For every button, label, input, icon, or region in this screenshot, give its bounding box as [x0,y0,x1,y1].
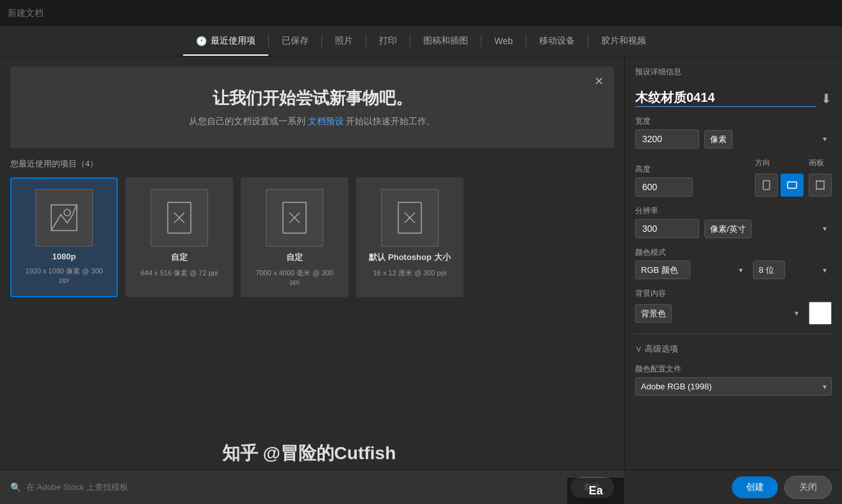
color-mode-row: RGB 颜色 CMYK 颜色 灰度 8 位 16 位 32 位 [635,261,832,279]
tab-photo[interactable]: 照片 [322,26,366,56]
save-preset-icon[interactable]: ⬇ [821,91,832,106]
color-profile-select[interactable]: Adobe RGB (1998) sRGB [635,377,832,396]
resolution-label: 分辨率 [635,206,832,216]
bg-content-select[interactable]: 背景色 白色 透明 [635,304,672,323]
recent-section-title: 您最近使用的项目（4） [10,158,614,170]
artboard-group: 画板 [809,158,832,197]
svg-rect-13 [816,181,824,189]
doc-presets-link[interactable]: 文档预设 [308,116,344,126]
card-name-custom2: 自定 [286,252,303,263]
card-name-1080p: 1080p [53,252,76,261]
height-field: 高度 [635,164,750,197]
recent-section: 您最近使用的项目（4） 1080p 1920 x 1080 像素 @ 300 p… [0,158,624,469]
height-input[interactable] [635,177,693,197]
svg-rect-11 [763,181,770,190]
new-doc-input[interactable] [8,8,136,18]
tab-illustration[interactable]: 图稿和插图 [410,26,481,56]
color-depth-select[interactable]: 8 位 16 位 32 位 [753,261,785,279]
main-layout: ✕ 让我们开始尝试新事物吧。 从您自己的文档设置或一系列 文档预设 开始以快速开… [0,56,842,504]
tab-film[interactable]: 胶片和视频 [588,26,659,56]
color-mode-label: 颜色模式 [635,247,832,258]
stock-search-box: 🔍 在 Adobe Stock 上查找模板 [10,482,563,493]
tab-bar: 🕐 最近使用项 已保存 照片 打印 图稿和插图 Web 移动设备 胶片和视频 [0,26,842,56]
card-icon-custom2 [266,189,323,247]
advanced-toggle[interactable]: ∨ 高级选项 [635,343,832,355]
bottom-bar: 🔍 在 Adobe Stock 上查找模板 前往 [0,469,624,504]
artboard-button[interactable] [809,174,832,197]
recent-card-default[interactable]: 默认 Photoshop 大小 16 x 12 厘米 @ 300 ppi [356,177,464,297]
hero-banner: ✕ 让我们开始尝试新事物吧。 从您自己的文档设置或一系列 文档预设 开始以快速开… [10,67,614,148]
resolution-unit-wrapper: 像素/英寸 像素/厘米 [704,220,832,238]
divider [635,334,832,334]
card-icon-custom1 [150,189,208,247]
color-mode-select[interactable]: RGB 颜色 CMYK 颜色 灰度 [635,261,690,279]
card-name-custom1: 自定 [171,252,188,263]
card-name-default: 默认 Photoshop 大小 [369,252,450,263]
height-label: 高度 [635,164,750,175]
card-icon-1080p [35,189,93,247]
width-input[interactable] [635,129,699,149]
recent-card-1080p[interactable]: 1080p 1920 x 1080 像素 @ 300 ppi [10,177,118,297]
bg-color-swatch[interactable] [809,302,832,325]
goto-button[interactable]: 前往 [571,477,614,498]
width-unit-select[interactable]: 像素 英寸 厘米 毫米 [704,130,733,149]
color-profile-label: 颜色配置文件 [635,364,832,375]
preset-name-input[interactable] [635,90,816,107]
card-desc-default: 16 x 12 厘米 @ 300 ppi [373,268,447,278]
preset-name-row: ⬇ [635,90,832,107]
height-orientation-row: 高度 方向 [635,158,832,197]
svg-point-1 [64,209,70,216]
card-icon-default [381,189,439,247]
color-profile-wrapper: Adobe RGB (1998) sRGB [635,377,832,396]
tab-print[interactable]: 打印 [366,26,410,56]
svg-rect-0 [51,205,77,231]
create-button[interactable]: 创建 [732,476,778,498]
svg-rect-12 [788,182,797,188]
close-button[interactable]: 关闭 [784,476,832,499]
card-desc-custom2: 7000 x 4000 毫米 @ 300 ppi [252,268,337,286]
width-field: 宽度 像素 英寸 厘米 毫米 [635,116,832,149]
hero-title: 让我们开始尝试新事物吧。 [36,87,588,110]
resolution-input[interactable] [635,219,699,238]
right-panel: 预设详细信息 ⬇ 宽度 像素 英寸 厘米 毫米 [624,56,842,504]
recent-card-custom1[interactable]: 自定 644 x 516 像素 @ 72 ppi [125,177,233,297]
color-depth-wrapper: 8 位 16 位 32 位 [753,261,832,279]
bg-content-wrapper: 背景色 白色 透明 [635,304,804,323]
portrait-button[interactable] [755,174,778,197]
resolution-field: 分辨率 像素/英寸 像素/厘米 [635,206,832,238]
search-icon: 🔍 [10,482,21,492]
color-profile-field: 颜色配置文件 Adobe RGB (1998) sRGB [635,364,832,396]
stock-search-placeholder: 在 Adobe Stock 上查找模板 [26,482,128,493]
bg-content-row: 背景色 白色 透明 [635,302,832,325]
orientation-label: 方向 [755,158,804,168]
landscape-button[interactable] [781,174,804,197]
clock-icon: 🕐 [196,36,207,46]
width-row: 像素 英寸 厘米 毫米 [635,129,832,149]
left-panel: ✕ 让我们开始尝试新事物吧。 从您自己的文档设置或一系列 文档预设 开始以快速开… [0,56,624,504]
recent-grid: 1080p 1920 x 1080 像素 @ 300 ppi 自定 644 x … [10,177,614,297]
card-desc-custom1: 644 x 516 像素 @ 72 ppi [141,268,218,278]
hero-close-button[interactable]: ✕ [594,74,604,88]
bg-content-field: 背景内容 背景色 白色 透明 [635,288,832,325]
tab-mobile[interactable]: 移动设备 [526,26,588,56]
tab-recent[interactable]: 🕐 最近使用项 [183,26,268,56]
resolution-row: 像素/英寸 像素/厘米 [635,219,832,238]
width-label: 宽度 [635,116,832,127]
orientation-group: 方向 [755,158,804,197]
preset-section-label: 预设详细信息 [635,67,832,77]
card-desc-1080p: 1920 x 1080 像素 @ 300 ppi [22,266,106,284]
action-buttons: 创建 关闭 [624,469,842,504]
tab-saved[interactable]: 已保存 [269,26,321,56]
artboard-label: 画板 [809,158,832,168]
recent-card-custom2[interactable]: 自定 7000 x 4000 毫米 @ 300 ppi [241,177,348,297]
color-mode-wrapper: RGB 颜色 CMYK 颜色 灰度 [635,261,748,279]
hero-subtitle: 从您自己的文档设置或一系列 文档预设 开始以快速开始工作。 [36,116,588,127]
bg-content-label: 背景内容 [635,288,832,299]
color-mode-field: 颜色模式 RGB 颜色 CMYK 颜色 灰度 8 位 16 位 32 位 [635,247,832,279]
resolution-unit-select[interactable]: 像素/英寸 像素/厘米 [704,220,752,238]
tab-web[interactable]: Web [482,27,526,55]
top-bar [0,0,842,26]
orientation-buttons [755,174,804,197]
width-unit-wrapper: 像素 英寸 厘米 毫米 [704,130,832,149]
